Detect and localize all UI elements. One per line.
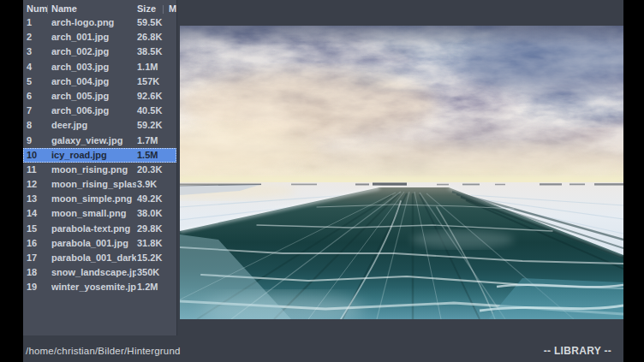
file-name: moon_simple.png (51, 192, 136, 206)
file-size: 20.3K (137, 163, 162, 177)
file-name: winter_yosemite.jpg (51, 280, 136, 294)
file-size: 157K (137, 74, 159, 89)
file-size: 350K (137, 265, 159, 280)
file-row[interactable]: 13moon_simple.png49.2K (23, 192, 176, 206)
file-row[interactable]: 18snow_landscape.jpg350K (23, 265, 176, 280)
status-bar: /home/christian/Bilder/Hintergrund -- LI… (23, 340, 623, 362)
file-size: 15.2K (137, 251, 162, 265)
file-number: 14 (27, 206, 37, 221)
file-row[interactable]: 3arch_002.jpg38.5K (23, 45, 176, 59)
file-size: 49.2K (137, 192, 162, 206)
file-row[interactable]: 9galaxy_view.jpg1.7M (23, 134, 176, 148)
file-size: 92.6K (137, 89, 162, 104)
file-size: 3.9K (137, 177, 157, 192)
file-size: 26.8K (137, 30, 162, 45)
file-name: icy_road.jpg (51, 148, 136, 163)
file-name: parabola_001_dark.jpg (51, 251, 136, 265)
icy-road-photo (180, 26, 623, 319)
file-row[interactable]: 19winter_yosemite.jpg1.2M (23, 280, 176, 294)
file-row[interactable]: 17parabola_001_dark.jpg15.2K (23, 251, 176, 265)
file-size: 40.5K (137, 104, 162, 118)
file-name: arch_006.jpg (51, 104, 136, 118)
file-number: 13 (27, 192, 37, 206)
file-name: arch_005.jpg (51, 89, 136, 104)
file-number: 19 (27, 280, 37, 294)
column-separator (47, 5, 48, 14)
current-directory-path: /home/christian/Bilder/Hintergrund (26, 346, 181, 356)
file-number: 15 (27, 222, 37, 236)
file-number: 18 (27, 265, 37, 280)
file-number: 4 (27, 60, 32, 74)
file-name: arch-logo.png (51, 15, 136, 30)
file-row[interactable]: 1arch-logo.png59.5K (23, 15, 176, 30)
file-name: arch_004.jpg (51, 74, 136, 89)
library-column-header: Num Name Size M (23, 2, 176, 15)
file-row[interactable]: 15parabola-text.png29.8K (23, 222, 176, 236)
image-viewer: Num Name Size M 1arch-logo.png59.5K2arch… (23, 0, 623, 362)
file-row[interactable]: 14moon_small.png38.0K (23, 206, 176, 221)
file-name: moon_rising_splash.jpg (51, 177, 136, 192)
file-number: 17 (27, 251, 37, 265)
column-header-num: Num (27, 2, 47, 15)
file-size: 38.0K (137, 206, 162, 221)
file-row[interactable]: 11moon_rising.png20.3K (23, 163, 176, 177)
file-row[interactable]: 7arch_006.jpg40.5K (23, 104, 176, 118)
library-pane: Num Name Size M 1arch-logo.png59.5K2arch… (23, 0, 177, 335)
file-name: arch_002.jpg (51, 45, 136, 59)
file-size: 1.1M (137, 60, 158, 74)
file-row[interactable]: 8deer.jpg59.2K (23, 118, 176, 133)
column-header-name: Name (51, 2, 77, 15)
file-number: 9 (27, 134, 32, 148)
file-row[interactable]: 2arch_001.jpg26.8K (23, 30, 176, 45)
file-name: galaxy_view.jpg (51, 134, 136, 148)
letterbox-right (623, 0, 644, 362)
file-row[interactable]: 4arch_003.jpg1.1M (23, 60, 176, 74)
file-name: parabola_001.jpg (51, 236, 136, 251)
file-row[interactable]: 16parabola_001.jpg31.8K (23, 236, 176, 251)
app-window: Num Name Size M 1arch-logo.png59.5K2arch… (0, 0, 644, 362)
letterbox-left (0, 0, 23, 362)
file-number: 2 (27, 30, 32, 45)
file-size: 31.8K (137, 236, 162, 251)
file-number: 10 (27, 148, 37, 163)
file-name: arch_003.jpg (51, 60, 136, 74)
file-name: moon_small.png (51, 206, 136, 221)
column-separator (163, 5, 164, 14)
file-size: 1.2M (137, 280, 158, 294)
file-number: 7 (27, 104, 32, 118)
file-size: 1.7M (137, 134, 158, 148)
file-rows: 1arch-logo.png59.5K2arch_001.jpg26.8K3ar… (23, 15, 176, 295)
file-number: 5 (27, 74, 32, 89)
file-number: 3 (27, 45, 32, 59)
file-number: 16 (27, 236, 37, 251)
column-header-marked: M (169, 2, 176, 15)
file-number: 11 (27, 163, 37, 177)
file-number: 12 (27, 177, 37, 192)
file-row[interactable]: 5arch_004.jpg157K (23, 74, 176, 89)
file-size: 59.5K (137, 15, 162, 30)
file-size: 38.5K (137, 45, 162, 59)
file-number: 1 (27, 15, 32, 30)
image-preview[interactable] (180, 26, 623, 319)
file-number: 8 (27, 118, 32, 133)
file-row[interactable]: 6arch_005.jpg92.6K (23, 89, 176, 104)
file-row[interactable]: 12moon_rising_splash.jpg3.9K (23, 177, 176, 192)
file-name: deer.jpg (51, 118, 136, 133)
file-name: moon_rising.png (51, 163, 136, 177)
file-size: 59.2K (137, 118, 162, 133)
mode-indicator: -- LIBRARY -- (544, 345, 611, 357)
file-size: 29.8K (137, 222, 162, 236)
file-size: 1.5M (137, 148, 158, 163)
column-header-size: Size (137, 2, 156, 15)
file-name: parabola-text.png (51, 222, 136, 236)
file-name: arch_001.jpg (51, 30, 136, 45)
file-name: snow_landscape.jpg (51, 265, 136, 280)
file-number: 6 (27, 89, 32, 104)
file-row[interactable]: 10icy_road.jpg1.5M (23, 148, 176, 163)
